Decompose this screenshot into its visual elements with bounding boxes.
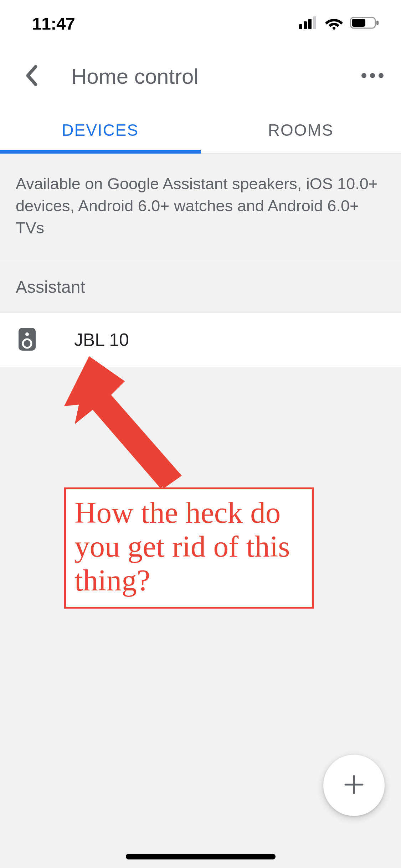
more-horizontal-icon	[361, 73, 384, 80]
device-row[interactable]: JBL 10	[0, 313, 401, 367]
svg-rect-0	[299, 24, 302, 29]
home-indicator[interactable]	[126, 854, 276, 859]
device-name: JBL 10	[74, 330, 129, 350]
svg-point-12	[25, 332, 29, 336]
back-button[interactable]	[17, 62, 46, 91]
availability-info: Available on Google Assistant speakers, …	[0, 154, 401, 260]
status-indicators	[299, 16, 380, 31]
svg-rect-2	[308, 19, 312, 29]
svg-point-4	[333, 27, 335, 30]
svg-point-9	[370, 73, 375, 78]
wifi-icon	[325, 16, 343, 31]
plus-icon	[343, 774, 365, 797]
svg-rect-1	[304, 21, 307, 29]
cellular-signal-icon	[299, 16, 318, 31]
annotation-text: How the heck do you get rid of this thin…	[74, 496, 303, 598]
tab-rooms[interactable]: ROOMS	[201, 105, 401, 153]
speaker-icon	[18, 327, 36, 353]
annotation-callout: How the heck do you get rid of this thin…	[64, 487, 314, 609]
section-header-assistant: Assistant	[0, 260, 401, 313]
more-options-button[interactable]	[358, 62, 387, 91]
battery-icon	[350, 16, 380, 31]
app-header: Home control	[0, 47, 401, 105]
svg-point-10	[379, 73, 384, 78]
chevron-left-icon	[25, 65, 38, 87]
tab-label: DEVICES	[62, 121, 139, 139]
svg-rect-3	[313, 16, 316, 29]
status-bar: 11:47	[0, 0, 401, 47]
page-title: Home control	[71, 64, 199, 89]
tab-bar: DEVICES ROOMS	[0, 105, 401, 154]
status-time: 11:47	[32, 14, 75, 33]
tab-label: ROOMS	[268, 121, 334, 139]
svg-rect-7	[376, 21, 379, 25]
tab-devices[interactable]: DEVICES	[0, 105, 201, 153]
add-device-fab[interactable]	[323, 755, 385, 816]
svg-point-8	[361, 73, 366, 78]
svg-rect-6	[352, 19, 365, 27]
